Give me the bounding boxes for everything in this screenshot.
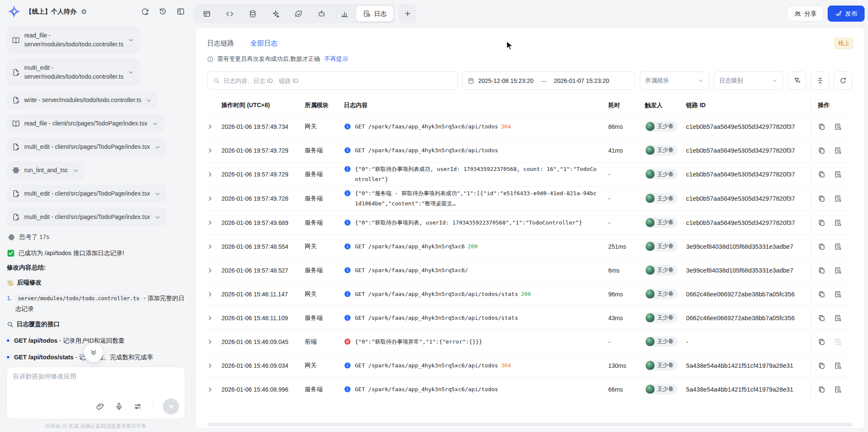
chevron-down-icon bbox=[152, 120, 159, 127]
project-title: 【线上】个人待办 bbox=[26, 8, 77, 16]
refresh-button[interactable] bbox=[834, 71, 852, 90]
tab-logs-active[interactable]: 日志 bbox=[356, 6, 394, 22]
horizontal-scrollbar[interactable] bbox=[207, 423, 853, 426]
tab-database[interactable] bbox=[241, 6, 264, 22]
avatar bbox=[646, 313, 655, 322]
tool-call-chip[interactable]: read_file - client/src/pages/TodoPage/in… bbox=[7, 114, 164, 133]
expand-row-icon[interactable] bbox=[207, 363, 213, 369]
copy-trace-button[interactable] bbox=[818, 314, 825, 322]
avatar bbox=[646, 290, 655, 298]
tab-analytics[interactable] bbox=[333, 6, 356, 22]
view-log-button[interactable] bbox=[834, 147, 842, 154]
tool-call-chip[interactable]: read_file -server/modules/todo/todo.cont… bbox=[7, 26, 139, 54]
trigger-user: 王少春 bbox=[645, 384, 678, 395]
copy-trace-button[interactable] bbox=[818, 386, 825, 393]
tab-layout[interactable] bbox=[195, 6, 218, 22]
atom-icon bbox=[8, 233, 15, 241]
dismiss-notice-link[interactable]: 不再提示 bbox=[324, 55, 348, 63]
view-log-button[interactable] bbox=[834, 243, 842, 250]
trace-id: c1eb0b57aa5649e5305d342977820f37 bbox=[686, 219, 811, 226]
view-log-button[interactable] bbox=[834, 290, 842, 298]
backend-section-title: 后端修改 bbox=[7, 277, 185, 288]
level-filter-select[interactable]: 日志级别 bbox=[714, 71, 783, 90]
date-range-picker[interactable]: 2025-12-08 15:23:20 — 2026-01-07 15:23:2… bbox=[462, 71, 635, 90]
add-tab-button[interactable] bbox=[399, 4, 417, 23]
chevron-down-icon bbox=[154, 190, 161, 197]
copy-trace-button[interactable] bbox=[818, 195, 825, 202]
tool-call-chip[interactable]: multi_edit - client/src/pages/TodoPage/i… bbox=[7, 208, 166, 226]
log-module: 服务端 bbox=[305, 147, 344, 154]
expand-row-icon[interactable] bbox=[207, 171, 213, 177]
expand-row-icon[interactable] bbox=[207, 315, 213, 321]
panel-toggle-icon[interactable] bbox=[176, 7, 185, 16]
log-search-input[interactable] bbox=[224, 77, 452, 84]
copy-trace-button[interactable] bbox=[818, 338, 825, 346]
view-log-button[interactable] bbox=[834, 386, 842, 393]
date-start[interactable]: 2025-12-08 15:23:20 bbox=[478, 77, 533, 84]
tab-quality-check[interactable] bbox=[287, 6, 310, 22]
copy-trace-button[interactable] bbox=[818, 171, 825, 178]
expand-row-icon[interactable] bbox=[207, 196, 213, 202]
expand-row-icon[interactable] bbox=[207, 339, 213, 345]
settings-sliders-icon[interactable] bbox=[133, 402, 142, 411]
copy-trace-button[interactable] bbox=[818, 147, 825, 154]
expand-row-icon[interactable] bbox=[207, 148, 213, 153]
tab-ai-sparkle[interactable] bbox=[264, 6, 287, 22]
expand-row-icon[interactable] bbox=[207, 124, 213, 130]
send-button[interactable] bbox=[163, 398, 179, 415]
advanced-filter-button[interactable] bbox=[788, 71, 806, 90]
copy-trace-button[interactable] bbox=[818, 290, 825, 298]
view-log-button[interactable] bbox=[834, 171, 842, 178]
chat-input-box[interactable]: 告诉妙搭如何修改应用 bbox=[6, 367, 185, 419]
copy-trace-button[interactable] bbox=[818, 267, 825, 274]
view-log-button[interactable] bbox=[834, 338, 842, 346]
publish-button[interactable]: 发布 bbox=[828, 6, 865, 22]
module-filter-select[interactable]: 所属模块 bbox=[640, 71, 709, 90]
expand-row-icon[interactable] bbox=[207, 291, 213, 297]
expand-row-icon[interactable] bbox=[207, 220, 213, 226]
tab-log-trace[interactable]: 日志链路 bbox=[207, 39, 234, 48]
history-icon[interactable] bbox=[159, 7, 167, 16]
share-button[interactable]: 分享 bbox=[787, 6, 824, 22]
tool-call-chip[interactable]: write - server/modules/todo/todo.control… bbox=[7, 91, 157, 109]
tab-code[interactable] bbox=[218, 6, 241, 22]
view-log-button[interactable] bbox=[834, 123, 842, 131]
copy-trace-button[interactable] bbox=[818, 123, 825, 131]
log-content: GET /spark/faas/app_4hyk3n5rq5xc6200 bbox=[344, 242, 608, 252]
expand-row-icon[interactable] bbox=[207, 267, 213, 273]
copy-trace-button[interactable] bbox=[818, 362, 825, 369]
thinking-status[interactable]: 思考了 17s bbox=[8, 233, 185, 241]
new-chat-icon[interactable] bbox=[141, 7, 149, 16]
avatar bbox=[646, 242, 655, 251]
copy-trace-button[interactable] bbox=[818, 243, 825, 250]
tool-call-chip[interactable]: multi_edit - client/src/pages/TodoPage/i… bbox=[7, 138, 166, 156]
tool-call-chip[interactable]: multi_edit -server/modules/todo/todo.con… bbox=[7, 59, 139, 86]
chat-input-placeholder[interactable]: 告诉妙搭如何修改应用 bbox=[13, 372, 179, 381]
mic-icon[interactable] bbox=[115, 402, 123, 411]
log-module: 网关 bbox=[305, 123, 344, 131]
view-log-button[interactable] bbox=[834, 195, 842, 202]
date-end[interactable]: 2026-01-07 15:23:20 bbox=[554, 77, 609, 84]
ai-disclaimer: 内容由 AI 生成,请确认返回消息是否真实可靠 bbox=[0, 423, 192, 430]
view-log-button[interactable] bbox=[834, 314, 842, 322]
attach-icon[interactable] bbox=[96, 402, 105, 411]
view-log-button[interactable] bbox=[834, 219, 842, 227]
refresh-icon bbox=[840, 77, 847, 84]
chevron-down-icon bbox=[698, 77, 704, 84]
expand-row-icon[interactable] bbox=[207, 244, 213, 250]
view-log-button[interactable] bbox=[834, 362, 842, 369]
view-log-button[interactable] bbox=[834, 267, 842, 274]
log-duration: 251ms bbox=[608, 243, 645, 250]
collapse-rows-button[interactable] bbox=[811, 71, 829, 90]
scroll-to-bottom-button[interactable] bbox=[84, 343, 103, 362]
log-module: 服务端 bbox=[305, 267, 344, 274]
tool-call-chip[interactable]: multi_edit - client/src/pages/TodoPage/i… bbox=[7, 185, 166, 203]
tab-all-logs[interactable]: 全部日志 bbox=[250, 39, 278, 48]
gear-icon[interactable]: ⚙ bbox=[81, 8, 87, 16]
tool-call-chip[interactable]: run_lint_and_tsc bbox=[7, 161, 84, 179]
tab-agent[interactable] bbox=[310, 6, 333, 22]
file-edit-icon bbox=[12, 143, 20, 151]
copy-trace-button[interactable] bbox=[818, 219, 825, 227]
rocket-icon bbox=[835, 10, 842, 17]
expand-row-icon[interactable] bbox=[207, 387, 213, 392]
